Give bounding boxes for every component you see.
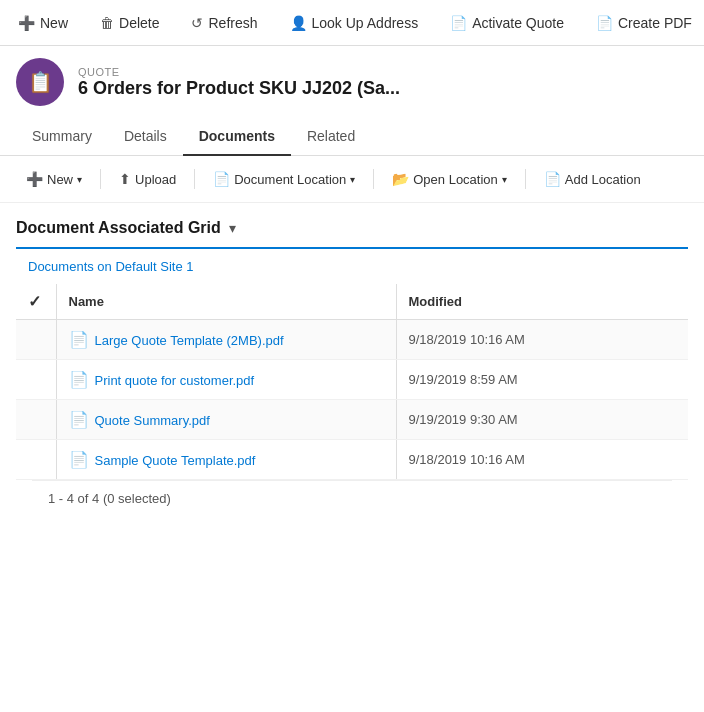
avatar-icon: 📋	[28, 70, 53, 94]
document-grid: Documents on Default Site 1 ✓ Name Modif…	[16, 247, 688, 516]
check-column-header[interactable]: ✓	[16, 284, 56, 320]
open-location-chevron: ▾	[502, 174, 507, 185]
row-modified-cell: 9/18/2019 10:16 AM	[396, 320, 688, 360]
doc-location-chevron: ▾	[350, 174, 355, 185]
lookup-address-button[interactable]: 👤 Look Up Address	[280, 9, 429, 37]
section-title: Document Associated Grid	[16, 219, 221, 237]
create-pdf-button[interactable]: 📄 Create PDF	[586, 9, 702, 37]
refresh-icon: ↺	[191, 15, 203, 31]
file-icon: 📄	[69, 451, 89, 468]
activate-icon: 📄	[450, 15, 467, 31]
table-row: 📄Large Quote Template (2MB).pdf9/18/2019…	[16, 320, 688, 360]
top-toolbar: ➕ New 🗑 Delete ↺ Refresh 👤 Look Up Addre…	[0, 0, 704, 46]
add-location-icon: 📄	[544, 171, 561, 187]
open-location-button[interactable]: 📂 Open Location ▾	[382, 166, 517, 192]
row-modified-cell: 9/18/2019 10:16 AM	[396, 440, 688, 480]
file-icon: 📄	[69, 331, 89, 348]
lookup-icon: 👤	[290, 15, 307, 31]
sub-toolbar: ➕ New ▾ ⬆ Upload 📄 Document Location ▾ 📂…	[0, 156, 704, 203]
document-location-button[interactable]: 📄 Document Location ▾	[203, 166, 365, 192]
row-checkbox-cell[interactable]	[16, 360, 56, 400]
tab-details[interactable]: Details	[108, 118, 183, 156]
section-chevron-icon[interactable]: ▾	[229, 220, 236, 236]
file-link[interactable]: Quote Summary.pdf	[95, 413, 210, 428]
modified-column-header[interactable]: Modified	[396, 284, 688, 320]
sub-divider-3	[373, 169, 374, 189]
sub-new-button[interactable]: ➕ New ▾	[16, 166, 92, 192]
upload-icon: ⬆	[119, 171, 131, 187]
avatar: 📋	[16, 58, 64, 106]
tab-bar: Summary Details Documents Related	[0, 118, 704, 156]
plus-icon: ➕	[18, 15, 35, 31]
delete-button[interactable]: 🗑 Delete	[90, 9, 169, 37]
open-location-icon: 📂	[392, 171, 409, 187]
table-row: 📄Sample Quote Template.pdf9/18/2019 10:1…	[16, 440, 688, 480]
site-label[interactable]: Documents on Default Site 1	[16, 249, 688, 284]
file-icon: 📄	[69, 411, 89, 428]
row-checkbox-cell[interactable]	[16, 400, 56, 440]
name-column-header[interactable]: Name	[56, 284, 396, 320]
row-name-cell: 📄Large Quote Template (2MB).pdf	[56, 320, 396, 360]
record-type: QUOTE	[78, 66, 400, 78]
row-name-cell: 📄Quote Summary.pdf	[56, 400, 396, 440]
row-modified-cell: 9/19/2019 8:59 AM	[396, 360, 688, 400]
record-title: 6 Orders for Product SKU JJ202 (Sa...	[78, 78, 400, 99]
tab-documents[interactable]: Documents	[183, 118, 291, 156]
sub-divider-2	[194, 169, 195, 189]
tab-related[interactable]: Related	[291, 118, 371, 156]
file-link[interactable]: Sample Quote Template.pdf	[95, 453, 256, 468]
dropdown-chevron: ▾	[77, 174, 82, 185]
grid-footer: 1 - 4 of 4 (0 selected)	[32, 480, 672, 516]
table-header-row: ✓ Name Modified	[16, 284, 688, 320]
row-name-cell: 📄Print quote for customer.pdf	[56, 360, 396, 400]
new-button[interactable]: ➕ New	[8, 9, 78, 37]
row-checkbox-cell[interactable]	[16, 440, 56, 480]
tab-summary[interactable]: Summary	[16, 118, 108, 156]
sub-divider-4	[525, 169, 526, 189]
table-row: 📄Quote Summary.pdf9/19/2019 9:30 AM	[16, 400, 688, 440]
sub-plus-icon: ➕	[26, 171, 43, 187]
file-link[interactable]: Large Quote Template (2MB).pdf	[95, 333, 284, 348]
refresh-button[interactable]: ↺ Refresh	[181, 9, 267, 37]
doc-location-icon: 📄	[213, 171, 230, 187]
activate-quote-button[interactable]: 📄 Activate Quote	[440, 9, 574, 37]
pdf-icon: 📄	[596, 15, 613, 31]
delete-icon: 🗑	[100, 15, 114, 31]
record-header: 📋 QUOTE 6 Orders for Product SKU JJ202 (…	[0, 46, 704, 118]
row-name-cell: 📄Sample Quote Template.pdf	[56, 440, 396, 480]
section-header: Document Associated Grid ▾	[0, 203, 704, 247]
file-link[interactable]: Print quote for customer.pdf	[95, 373, 255, 388]
row-modified-cell: 9/19/2019 9:30 AM	[396, 400, 688, 440]
file-icon: 📄	[69, 371, 89, 388]
documents-table: ✓ Name Modified 📄Large Quote Template (2…	[16, 284, 688, 480]
row-checkbox-cell[interactable]	[16, 320, 56, 360]
record-info: QUOTE 6 Orders for Product SKU JJ202 (Sa…	[78, 66, 400, 99]
sub-upload-button[interactable]: ⬆ Upload	[109, 166, 186, 192]
sub-divider-1	[100, 169, 101, 189]
add-location-button[interactable]: 📄 Add Location	[534, 166, 651, 192]
table-row: 📄Print quote for customer.pdf9/19/2019 8…	[16, 360, 688, 400]
